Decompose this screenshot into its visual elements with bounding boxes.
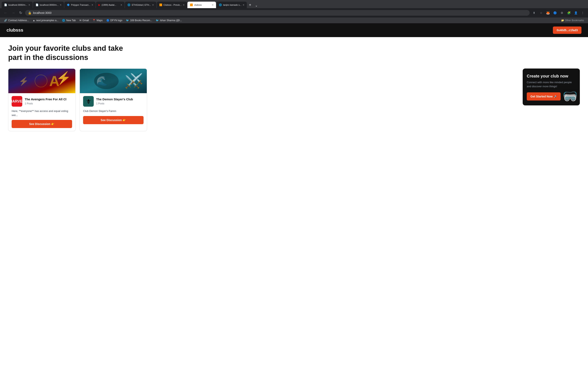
tab-close[interactable]: ×: [243, 3, 244, 7]
bookmark-favicon: 🌐: [62, 19, 65, 22]
tab-label: ETHGlobal | ETH...: [132, 4, 151, 6]
tab-5[interactable]: 🌐 ETHGlobal | ETH... ×: [125, 2, 156, 8]
profile-icon[interactable]: 👤: [573, 10, 579, 16]
bookmark-label: Ishan Sharma (@I...: [160, 19, 182, 22]
promo-desc: Connect with more like minded people and…: [527, 80, 576, 88]
bookmark-star-icon[interactable]: ☆: [538, 10, 544, 16]
bookmark-label: DFYN logo: [111, 19, 122, 22]
tab-label: Clubsss - Previe...: [164, 4, 182, 6]
menu-icon[interactable]: ⋮: [580, 10, 586, 16]
avengers-name: The Avengers Free For All Cl: [25, 98, 66, 101]
tab-7-active[interactable]: 🟧 clubsss ×: [187, 2, 216, 8]
tab-6[interactable]: 🟧 Clubsss - Previe... ×: [157, 2, 187, 8]
wallet-button[interactable]: 0x40d5...c1fad3: [553, 26, 581, 34]
tab-label: localhost:3000/m...: [8, 4, 27, 6]
tab-label: Polygon Transact...: [71, 4, 90, 6]
svg-text:⚔️: ⚔️: [125, 75, 140, 89]
tab-3[interactable]: 🔷 Polygon Transact... ×: [64, 2, 95, 8]
avengers-info: MARVEL The Avengers Free For All Cl 1 Po…: [12, 96, 72, 107]
club-card-demonslayer: ⚔️ 🌊 🗡 The Demon Slayer's Club: [80, 68, 147, 131]
bookmarks-other[interactable]: 📁 Other Bookmarks: [559, 18, 586, 22]
share-icon[interactable]: ⬆: [531, 10, 537, 16]
bookmark-favicon: 🔗: [4, 19, 7, 22]
bookmark-label: 169 Books Recom...: [130, 19, 152, 22]
back-button[interactable]: ←: [2, 10, 9, 16]
demonslayer-desc: Club Demon Slayer's Fannn: [83, 109, 144, 113]
tab-close[interactable]: ×: [183, 3, 185, 7]
address-bar[interactable]: 🔒: [25, 10, 530, 16]
demonslayer-posts: 1 Posts: [96, 102, 104, 105]
tab-4[interactable]: ▶ (1999) Aadat... ×: [96, 2, 125, 8]
bookmark-favicon: 🐦: [156, 19, 159, 22]
bookmark-dfyn[interactable]: 🔵 DFYN logo: [105, 18, 124, 22]
bookmark-favicon: 🔵: [106, 19, 109, 22]
promo-card: Create your club now Connect with more l…: [523, 68, 580, 105]
avengers-meta: The Avengers Free For All Cl 1 Posts: [25, 98, 66, 105]
bookmark-favicon: ▲: [33, 19, 35, 22]
bookmark-label: Gmail: [82, 19, 89, 22]
demonslayer-info: 🗡 The Demon Slayer's Club 1 Posts: [83, 96, 144, 107]
new-tab-button[interactable]: +: [247, 2, 253, 8]
toolbar: ← → ↻ 🔒 ⬆ ☆ 🦊 🔵 ⚙ 🧩 👤 ⋮: [0, 8, 588, 17]
bookmarks-bar: 🔗 Contract Address... ▲ next.js/examples…: [0, 17, 588, 23]
fox-extension-icon[interactable]: 🦊: [545, 10, 551, 16]
avengers-desc: Here, **everyone** has access and equal …: [12, 109, 72, 117]
clubs-grid: A ⚡ MARVEL The Avengers Free For All Cl: [8, 68, 516, 131]
app-wrapper: clubsss 0x40d5...c1fad3 Join your favori…: [0, 23, 588, 138]
address-input[interactable]: [33, 11, 527, 15]
tab-favicon: 📄: [4, 3, 7, 6]
tab-label: (1999) Aadat...: [102, 4, 119, 6]
svg-text:A: A: [49, 73, 60, 89]
extension2-icon[interactable]: 🧩: [566, 10, 572, 16]
settings-icon[interactable]: ⚙: [559, 10, 565, 16]
tab-close[interactable]: ×: [212, 3, 214, 7]
tab-close[interactable]: ×: [28, 3, 30, 7]
bookmark-maps[interactable]: 📍 Maps: [91, 18, 104, 22]
promo-avatar: 🥽: [562, 89, 578, 103]
bookmark-books[interactable]: 🐦 169 Books Recom...: [124, 18, 154, 22]
toolbar-actions: ⬆ ☆ 🦊 🔵 ⚙ 🧩 👤 ⋮: [531, 10, 586, 16]
tab-close[interactable]: ×: [60, 3, 61, 7]
tab-list-button[interactable]: ⌄: [253, 3, 259, 8]
tab-close[interactable]: ×: [121, 3, 122, 7]
bookmark-favicon: 🐦: [126, 19, 129, 22]
tab-close[interactable]: ×: [152, 3, 154, 7]
avengers-banner-svg: A ⚡: [8, 69, 75, 93]
forward-button[interactable]: →: [10, 10, 16, 16]
tab-favicon: ▶: [98, 3, 100, 6]
tab-favicon: 🌐: [127, 3, 130, 6]
tab-close[interactable]: ×: [91, 3, 93, 7]
demonslayer-discussion-button[interactable]: See Discussion 👉: [83, 116, 144, 124]
avengers-banner: A ⚡: [8, 69, 75, 93]
svg-text:⚡: ⚡: [18, 76, 29, 86]
bookmark-label: Contract Address...: [8, 19, 29, 22]
get-started-button[interactable]: Get Started Now 🚀: [527, 92, 561, 100]
tab-favicon: 📄: [35, 3, 39, 6]
demonslayer-name: The Demon Slayer's Club: [96, 98, 133, 101]
bookmark-newtab[interactable]: 🌐 New Tab: [61, 18, 77, 22]
tab-8[interactable]: 🌐 tanjiro kamado s... ×: [216, 2, 247, 8]
bookmark-gmail[interactable]: ✉ Gmail: [78, 18, 90, 22]
tab-favicon: 🌐: [219, 3, 222, 6]
tab-label: tanjiro kamado s...: [223, 4, 242, 6]
demonslayer-logo: 🗡: [83, 96, 94, 107]
avengers-discussion-button[interactable]: See Discussion 👉: [12, 120, 72, 128]
bookmark-contract[interactable]: 🔗 Contract Address...: [2, 18, 31, 22]
reload-button[interactable]: ↻: [18, 10, 24, 16]
tab-favicon: 🟧: [190, 3, 193, 6]
bookmark-favicon: 📍: [93, 19, 95, 22]
bookmark-nextjs[interactable]: ▲ next.js/examples a...: [31, 18, 60, 22]
demonslayer-banner: ⚔️ 🌊: [80, 69, 147, 93]
marvel-logo: MARVEL: [12, 96, 22, 107]
bookmark-label: New Tab: [66, 19, 76, 22]
avengers-posts: 1 Posts: [25, 102, 33, 105]
tab-1[interactable]: 📄 localhost:3000/m... ×: [2, 2, 33, 8]
club-card-avengers: A ⚡ MARVEL The Avengers Free For All Cl: [8, 68, 76, 131]
bookmark-label: next.js/examples a...: [36, 19, 58, 22]
tab-2[interactable]: 📄 localhost:3000/m... ×: [33, 2, 64, 8]
promo-title: Create your club now: [527, 73, 576, 79]
extension1-icon[interactable]: 🔵: [552, 10, 558, 16]
lock-icon: 🔒: [28, 11, 31, 15]
demonslayer-card-body: 🗡 The Demon Slayer's Club 1 Posts Club D…: [80, 93, 147, 127]
bookmark-ishan[interactable]: 🐦 Ishan Sharma (@I...: [154, 18, 183, 22]
